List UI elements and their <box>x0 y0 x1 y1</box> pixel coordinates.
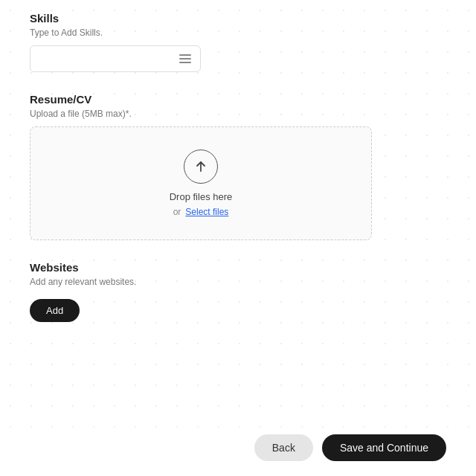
add-website-button[interactable]: Add <box>30 299 80 322</box>
back-button[interactable]: Back <box>254 434 313 461</box>
resume-section: Resume/CV Upload a file (5MB max)*. Drop… <box>30 93 446 240</box>
select-files-button[interactable]: Select files <box>185 207 228 217</box>
upload-arrow-icon <box>193 158 209 175</box>
websites-subtitle: Add any relevant websites. <box>30 277 446 287</box>
skills-section: Skills Type to Add Skills. <box>30 12 446 72</box>
or-text: or <box>173 207 181 217</box>
skills-title: Skills <box>30 12 446 25</box>
skills-menu-icon[interactable] <box>176 51 194 66</box>
websites-section: Websites Add any relevant websites. Add <box>30 261 446 322</box>
or-row: or Select files <box>173 207 229 217</box>
save-continue-button[interactable]: Save and Continue <box>322 434 446 461</box>
skills-input[interactable] <box>36 54 176 65</box>
resume-subtitle: Upload a file (5MB max)*. <box>30 109 446 119</box>
upload-icon-circle <box>184 149 218 184</box>
websites-title: Websites <box>30 261 446 274</box>
upload-area[interactable]: Drop files here or Select files <box>30 126 372 240</box>
drop-files-text: Drop files here <box>170 191 233 202</box>
bottom-bar: Back Save and Continue <box>0 422 476 476</box>
skills-subtitle: Type to Add Skills. <box>30 28 446 38</box>
skills-input-wrapper <box>30 45 201 72</box>
resume-title: Resume/CV <box>30 93 446 106</box>
